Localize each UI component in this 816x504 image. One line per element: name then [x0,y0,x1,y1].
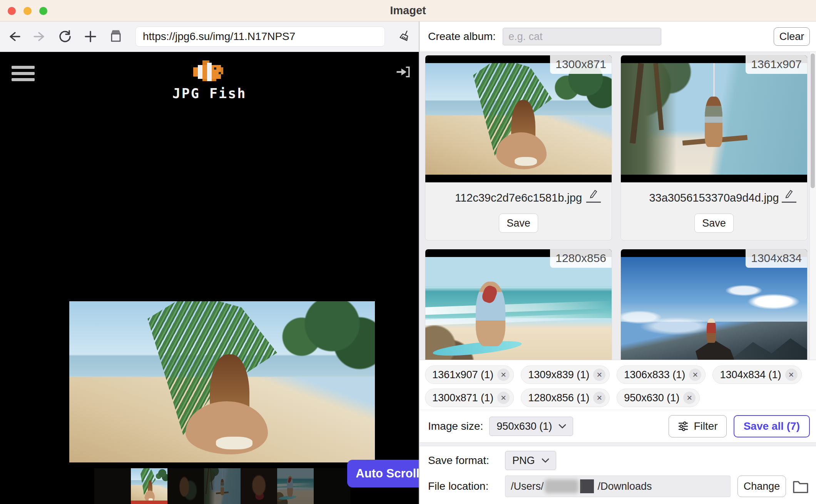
image-preview[interactable]: 1280x856 [425,249,612,360]
image-card: 1300x871 112c39c2d7e6c1581b.jpg Save [425,55,612,240]
results-pane: Create album: Clear 1300x871 112c39c2d7e… [419,22,816,504]
chevron-down-icon [558,424,567,429]
thumbnail[interactable] [314,468,350,504]
thumbnail-active[interactable] [131,468,167,504]
image-filename: 112c39c2d7e6c1581b.jpg [425,192,612,204]
size-filter-chips: 1361x907 (1)× 1309x839 (1)× 1306x833 (1)… [420,360,816,410]
create-album-label: Create album: [428,30,496,43]
size-chip: 1300x871 (1)× [425,389,514,407]
clear-button[interactable]: Clear [774,27,810,46]
save-image-button[interactable]: Save [499,214,538,233]
image-preview[interactable]: 1361x907 [621,55,807,182]
url-bar[interactable] [135,27,385,47]
edit-filename-icon[interactable] [586,189,601,203]
image-card: 1280x856 [425,249,612,360]
remove-chip-icon[interactable]: × [593,369,605,381]
open-folder-icon[interactable] [791,478,810,495]
image-preview[interactable]: 1304x834 [621,249,807,360]
clean-broom-icon[interactable] [397,29,412,44]
site-logo: JPG Fish [0,60,419,101]
size-chip: 1280x856 (1)× [521,389,610,407]
zoom-window-button[interactable] [39,7,47,15]
url-input[interactable] [136,27,385,46]
change-location-button[interactable]: Change [737,476,786,497]
titlebar: Imaget [0,0,816,22]
save-all-button[interactable]: Save all (7) [734,415,810,437]
browser-toolbar [0,22,419,52]
save-format-select[interactable]: PNG [505,451,556,470]
results-scrollbar[interactable] [809,52,816,360]
edit-filename-icon[interactable] [782,189,796,203]
image-size-row: Image size: 950x630 (1) Filter Save all … [420,410,816,442]
size-chip: 1306x833 (1)× [617,365,706,384]
dimension-badge: 1361x907 [746,55,807,74]
save-options-panel: Save format: PNG File location: /Users/ … [420,446,816,504]
image-size-label: Image size: [428,420,483,432]
path-prefix: /Users/ [511,481,544,492]
filter-sliders-icon [677,421,689,432]
panel-divider [420,442,816,446]
remove-chip-icon[interactable]: × [689,369,701,381]
window-title: Imaget [0,0,816,21]
dimension-badge: 1280x856 [550,249,612,268]
filter-button[interactable]: Filter [669,415,726,437]
remove-chip-icon[interactable]: × [497,369,510,381]
image-size-select[interactable]: 950x630 (1) [489,417,573,436]
browser-pane: JPG Fish [0,22,419,504]
close-window-button[interactable] [8,7,16,15]
remove-chip-icon[interactable]: × [683,392,696,404]
remove-chip-icon[interactable]: × [785,369,798,381]
image-preview[interactable]: 1300x871 [425,55,612,182]
forward-button[interactable] [32,29,47,44]
image-filename: 33a3056153370a9d4d.jpg [621,192,807,204]
image-results-area: 1300x871 112c39c2d7e6c1581b.jpg Save [420,52,816,360]
thumbnail[interactable] [241,468,277,504]
thumbnail[interactable] [94,468,131,504]
thumbnail[interactable] [167,468,204,504]
size-chip: 950x630 (1)× [617,389,700,407]
webpage-viewport: JPG Fish [0,52,419,504]
path-suffix: /Downloads [598,481,652,492]
size-chip: 1309x839 (1)× [521,365,610,384]
thumbnail-strip [94,468,350,504]
reload-button[interactable] [58,29,72,44]
chevron-down-icon [541,458,550,463]
size-chip: 1304x834 (1)× [712,365,801,384]
dimension-badge: 1300x871 [550,55,612,74]
imaget-window: Imaget [0,0,816,504]
auto-scroll-button[interactable]: Auto Scroll [347,460,419,487]
redacted-username [545,479,579,493]
clownfish-logo-icon [193,60,226,83]
sign-in-icon[interactable] [395,64,410,81]
file-location-row: File location: /Users/ /Downloads Change [428,476,810,497]
thumbnail[interactable] [277,468,314,504]
file-location-label: File location: [428,480,497,492]
save-format-row: Save format: PNG [428,451,810,470]
minimize-window-button[interactable] [23,7,32,15]
album-bar: Create album: Clear [420,22,816,52]
back-button[interactable] [7,29,22,44]
thumbnail[interactable] [204,468,241,504]
new-tab-button[interactable] [83,29,98,44]
redacted-username-block [580,479,594,493]
tabs-overview-icon[interactable] [109,29,123,44]
traffic-lights [8,7,47,15]
save-format-label: Save format: [428,454,497,467]
remove-chip-icon[interactable]: × [497,392,510,404]
webpage-main-image[interactable] [69,301,375,462]
image-card: 1304x834 [620,249,808,360]
scrollbar-thumb[interactable] [811,53,815,188]
remove-chip-icon[interactable]: × [593,392,605,404]
file-location-value: /Users/ /Downloads [505,476,731,497]
save-image-button[interactable]: Save [694,214,734,233]
image-card: 1361x907 33a3056153370a9d4d.jpg Save [620,55,808,240]
site-logo-text: JPG Fish [0,86,419,101]
size-chip: 1361x907 (1)× [425,365,514,384]
album-name-input[interactable] [503,28,661,45]
dimension-badge: 1304x834 [746,249,807,268]
